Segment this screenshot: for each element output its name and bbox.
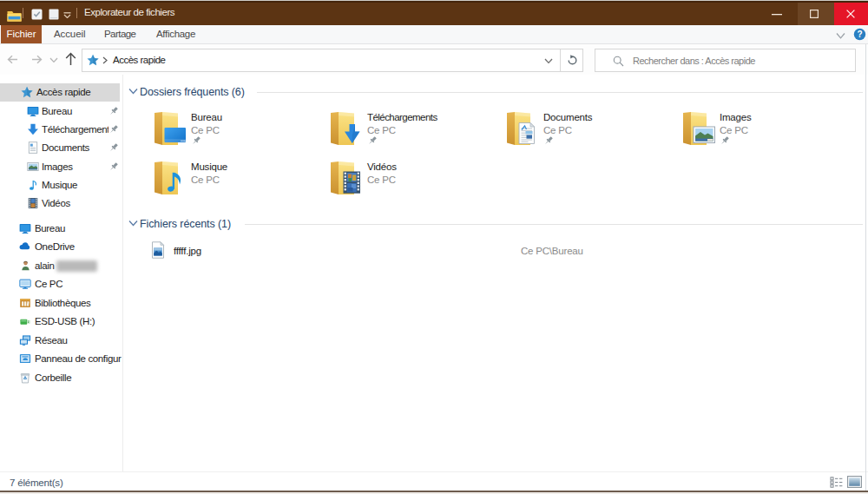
- svg-text:?: ?: [857, 30, 862, 39]
